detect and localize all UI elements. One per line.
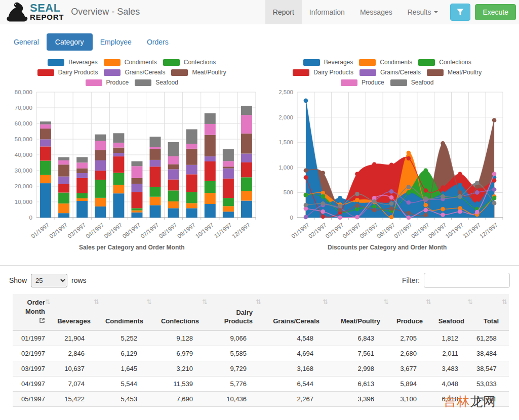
nav-item-results[interactable]: Results xyxy=(400,0,446,24)
month-cell: 04/1997 xyxy=(13,376,52,391)
legend-item-produce[interactable]: Produce xyxy=(341,79,384,86)
column-label: Dairy Products xyxy=(224,309,253,325)
tab-category[interactable]: Category xyxy=(47,33,93,51)
column-header-meat-poultry[interactable]: Meat/Poultry⇅ xyxy=(330,294,390,330)
column-header-grains-cereals[interactable]: Grains/Cereals⇅ xyxy=(263,294,330,330)
legend-item-confections[interactable]: Confections xyxy=(418,59,471,66)
column-header-order-month[interactable]: Order Month⇅ xyxy=(13,294,52,330)
table-row[interactable]: 01/199721,9045,2529,1289,0664,5486,8432,… xyxy=(13,330,509,346)
sort-icon[interactable]: ⇅ xyxy=(467,298,473,307)
svg-text:70,000: 70,000 xyxy=(15,105,32,111)
legend-item-dairy-products[interactable]: Dairy Products xyxy=(37,69,98,76)
nav-item-information[interactable]: Information xyxy=(302,0,352,24)
svg-text:50,000: 50,000 xyxy=(15,136,32,142)
sort-icon[interactable]: ⇅ xyxy=(502,298,507,307)
sort-icon[interactable]: ⇅ xyxy=(256,298,261,307)
legend-swatch-condiments xyxy=(359,59,376,66)
legend-item-grains-cereals[interactable]: Grains/Cereals xyxy=(104,69,165,76)
nav-item-messages[interactable]: Messages xyxy=(352,0,400,24)
column-header-confections[interactable]: Confections⇅ xyxy=(153,294,209,330)
seal-logo-icon xyxy=(6,2,28,23)
legend-swatch-confections xyxy=(163,59,180,66)
sales-chart-legend: BeveragesCondimentsConfectionsDairy Prod… xyxy=(4,59,260,89)
legend-item-dairy-products[interactable]: Dairy Products xyxy=(293,69,353,76)
sort-icon[interactable]: ⇅ xyxy=(383,298,389,307)
value-cell: 4,548 xyxy=(263,330,330,346)
column-label: Order Month xyxy=(25,299,45,315)
sort-icon[interactable]: ⇅ xyxy=(146,298,152,307)
legend-item-condiments[interactable]: Condiments xyxy=(359,59,412,66)
tab-employee[interactable]: Employee xyxy=(93,33,139,51)
svg-text:2,000: 2,000 xyxy=(278,114,293,120)
drill-link-icon[interactable] xyxy=(39,317,45,323)
value-cell: 3,483 xyxy=(433,361,474,376)
svg-text:60,000: 60,000 xyxy=(15,120,32,127)
show-rows-control: Show 25 rows xyxy=(9,274,87,287)
table-row[interactable]: 03/199710,6371,6453,2109,7293,1682,9983,… xyxy=(13,361,509,376)
tab-orders[interactable]: Orders xyxy=(139,33,176,51)
svg-text:08/1997: 08/1997 xyxy=(410,222,430,239)
app-logo: SEAL REPORT xyxy=(6,2,64,23)
svg-text:500: 500 xyxy=(283,189,293,195)
column-header-beverages[interactable]: Beverages⇅ xyxy=(52,294,101,330)
legend-item-grains-cereals[interactable]: Grains/Cereals xyxy=(360,69,421,76)
legend-item-seafood[interactable]: Seafood xyxy=(390,79,434,86)
sort-icon[interactable]: ⇅ xyxy=(323,298,328,307)
table-row[interactable]: 02/19972,8466,1296,9795,5854,6947,5612,6… xyxy=(13,346,509,361)
svg-text:01/1997: 01/1997 xyxy=(30,222,50,239)
svg-text:05/1997: 05/1997 xyxy=(358,222,379,239)
value-cell: 53,033 xyxy=(474,376,509,391)
tab-general[interactable]: General xyxy=(6,33,47,51)
column-label: Condiments xyxy=(105,317,143,325)
page-title: Overview - Sales xyxy=(71,7,140,17)
value-cell: 7,561 xyxy=(330,346,390,361)
value-cell: 2,011 xyxy=(433,346,474,361)
view-tabs: General Category Employee Orders xyxy=(0,24,519,58)
legend-item-confections[interactable]: Confections xyxy=(163,59,216,66)
legend-label: Condiments xyxy=(125,59,157,66)
legend-swatch-confections xyxy=(418,59,435,66)
column-header-total[interactable]: Total⇅ xyxy=(474,294,509,330)
column-header-dairy-products[interactable]: Dairy Products⇅ xyxy=(209,294,263,330)
legend-item-meat-poultry[interactable]: Meat/Poultry xyxy=(427,69,482,76)
legend-item-beverages[interactable]: Beverages xyxy=(303,59,353,66)
table-row[interactable]: 04/19977,0745,54411,5395,7766,5446,6135,… xyxy=(13,376,509,391)
value-cell: 7,690 xyxy=(153,391,209,406)
execute-button[interactable]: Execute xyxy=(475,4,516,20)
nav-item-report[interactable]: Report xyxy=(265,0,302,24)
value-cell: 4,694 xyxy=(263,346,330,361)
column-header-seafood[interactable]: Seafood⇅ xyxy=(433,294,474,330)
column-header-produce[interactable]: Produce⇅ xyxy=(390,294,433,330)
value-cell: 7,074 xyxy=(52,376,101,391)
legend-swatch-meat-poultry xyxy=(171,69,188,76)
legend-item-condiments[interactable]: Condiments xyxy=(104,59,157,66)
legend-label: Meat/Poultry xyxy=(192,69,226,76)
sort-icon[interactable]: ⇅ xyxy=(426,298,431,307)
value-cell: 3,396 xyxy=(330,391,390,406)
legend-swatch-seafood xyxy=(135,79,151,86)
filter-input[interactable] xyxy=(424,273,510,288)
sales-bar-chart: 010,00020,00030,00040,00050,00060,00070,… xyxy=(4,89,257,242)
table-row[interactable]: 05/199715,4225,4537,69010,4362,2673,3963… xyxy=(13,391,509,406)
legend-swatch-beverages xyxy=(303,59,320,66)
logo-word-report: REPORT xyxy=(30,14,64,21)
legend-label: Confections xyxy=(439,59,471,66)
rows-per-page-select[interactable]: 25 xyxy=(31,274,67,287)
sort-icon[interactable]: ⇅ xyxy=(94,298,99,307)
sales-chart-title: Sales per Category and Order Month xyxy=(4,244,260,251)
column-header-condiments[interactable]: Condiments⇅ xyxy=(101,294,153,330)
table-controls: Show 25 rows Filter: xyxy=(0,266,519,288)
column-label: Beverages xyxy=(57,317,91,325)
filter-button[interactable] xyxy=(450,4,470,21)
sort-icon[interactable]: ⇅ xyxy=(45,298,51,307)
svg-text:01/1997: 01/1997 xyxy=(290,222,310,239)
legend-item-beverages[interactable]: Beverages xyxy=(48,59,97,66)
legend-item-produce[interactable]: Produce xyxy=(86,79,129,86)
value-cell: 5,544 xyxy=(101,376,153,391)
chevron-down-icon xyxy=(434,11,438,13)
legend-item-seafood[interactable]: Seafood xyxy=(135,79,178,86)
sort-icon[interactable]: ⇅ xyxy=(202,298,208,307)
svg-text:05/1997: 05/1997 xyxy=(103,222,123,239)
value-cell: 4,048 xyxy=(433,376,474,391)
legend-item-meat-poultry[interactable]: Meat/Poultry xyxy=(171,69,226,76)
